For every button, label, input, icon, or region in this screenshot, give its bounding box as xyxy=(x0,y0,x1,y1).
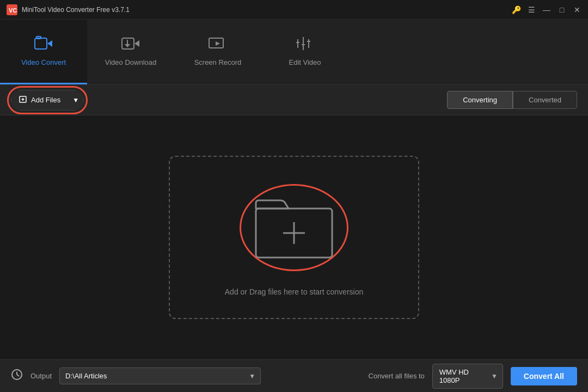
nav-video-convert[interactable]: Video Convert xyxy=(0,20,87,84)
folder-icon xyxy=(250,192,338,263)
output-path-wrapper: D:\All Articles ▼ xyxy=(59,367,261,384)
window-controls: 🔑 ☰ — □ ✕ xyxy=(512,5,581,14)
svg-rect-2 xyxy=(35,38,47,49)
svg-marker-6 xyxy=(134,40,139,47)
clock-icon xyxy=(11,369,23,384)
convert-all-button[interactable]: Convert All xyxy=(511,367,577,385)
nav-edit-video-label: Edit Video xyxy=(289,58,321,66)
output-label: Output xyxy=(30,372,52,380)
title-bar: VC MiniTool Video Converter Free v3.7.1 … xyxy=(0,0,588,20)
nav-edit-video[interactable]: Edit Video xyxy=(261,20,348,84)
video-convert-icon xyxy=(34,36,53,54)
format-select-wrapper: WMV HD 1080P ▼ xyxy=(432,364,503,389)
minimize-button[interactable]: — xyxy=(542,5,551,14)
edit-video-icon xyxy=(296,36,314,54)
add-files-dropdown-button[interactable]: ▼ xyxy=(68,90,84,111)
svg-line-25 xyxy=(17,375,19,376)
nav-screen-record[interactable]: Screen Record xyxy=(174,20,261,84)
maximize-button[interactable]: □ xyxy=(558,5,566,14)
menu-icon[interactable]: ☰ xyxy=(527,5,536,14)
video-download-icon xyxy=(121,36,140,54)
content-area: Add Files ▼ Converting Converted xyxy=(0,85,588,359)
toolbar: Add Files ▼ Converting Converted xyxy=(0,85,588,115)
top-nav: Video Convert Video Download Screen Reco… xyxy=(0,20,588,85)
add-files-label: Add Files xyxy=(31,96,60,104)
drop-zone[interactable]: Add or Drag files here to start conversi… xyxy=(169,156,419,319)
nav-video-convert-label: Video Convert xyxy=(21,58,66,66)
nav-video-download[interactable]: Video Download xyxy=(87,20,174,84)
convert-all-to-label: Convert all files to xyxy=(369,372,425,380)
svg-marker-8 xyxy=(125,44,130,47)
screen-record-icon xyxy=(209,36,227,54)
tab-converted[interactable]: Converted xyxy=(513,91,577,109)
svg-text:VC: VC xyxy=(9,7,17,14)
svg-marker-10 xyxy=(216,41,220,46)
drop-zone-label: Add or Drag files here to start conversi… xyxy=(225,287,363,296)
sub-tabs: Converting Converted xyxy=(447,91,577,109)
tab-converting[interactable]: Converting xyxy=(447,91,513,109)
nav-screen-record-label: Screen Record xyxy=(194,58,242,66)
key-icon[interactable]: 🔑 xyxy=(512,5,520,14)
nav-video-download-label: Video Download xyxy=(105,58,156,66)
drop-zone-wrapper: Add or Drag files here to start conversi… xyxy=(0,115,588,359)
output-path-display[interactable]: D:\All Articles xyxy=(59,367,261,384)
add-files-button[interactable]: Add Files xyxy=(11,90,68,111)
bottom-bar: Output D:\All Articles ▼ Convert all fil… xyxy=(0,359,588,392)
add-files-icon xyxy=(19,95,28,106)
add-files-group: Add Files ▼ xyxy=(11,90,84,111)
format-select[interactable]: WMV HD 1080P xyxy=(432,364,503,389)
app-icon: VC xyxy=(7,4,17,15)
close-button[interactable]: ✕ xyxy=(573,5,581,14)
app-title: MiniTool Video Converter Free v3.7.1 xyxy=(22,6,512,14)
svg-marker-3 xyxy=(47,40,52,47)
